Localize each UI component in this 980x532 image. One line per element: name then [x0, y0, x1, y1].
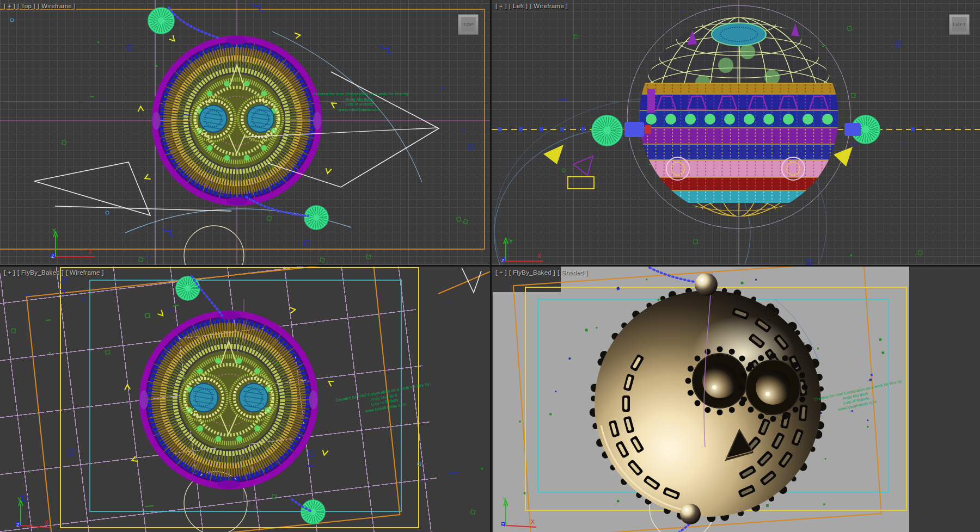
axis-z-label: Z: [51, 253, 54, 259]
attribution-text: Created for Intel Corporation as a work …: [313, 91, 406, 112]
axis-x-label: X: [88, 249, 92, 255]
viewport-menu-shading[interactable]: [ Wireframe ]: [530, 3, 568, 9]
axis-z-label: Z: [16, 522, 20, 528]
viewport-menu-shading[interactable]: [ Shaded ]: [558, 269, 587, 276]
viewport-menu-shading[interactable]: [ Wireframe ]: [66, 269, 104, 276]
owl-sphere-wireframe[interactable]: [125, 307, 335, 488]
satellite-ball[interactable]: [301, 500, 325, 524]
axis-y-label: Y: [509, 239, 513, 245]
axis-tripod: Y X Z: [47, 227, 101, 261]
viewcube[interactable]: TOP: [458, 14, 479, 35]
viewport-menu-pov[interactable]: [ FlyBy_Baked ]: [509, 269, 555, 276]
scene-left-wireframe: [492, 0, 980, 265]
viewport-flyby-shaded[interactable]: [ + ][ FlyBy_Baked ][ Shaded ] Created f…: [492, 267, 980, 532]
axis-y-label: Y: [503, 497, 506, 503]
viewport-top[interactable]: [ + ][ Top ][ Wireframe ] TOP Created fo…: [0, 0, 490, 265]
viewcube-face-label: LEFT: [953, 22, 966, 27]
axis-x-label: X: [45, 519, 48, 525]
viewport-menu-pov[interactable]: [ Left ]: [509, 3, 528, 9]
satellite-ball[interactable]: [592, 115, 622, 146]
viewport-menu-general[interactable]: [ + ]: [495, 269, 507, 276]
viewcube[interactable]: LEFT: [949, 14, 970, 35]
axis-tripod: Y X Z: [497, 237, 552, 265]
axis-tripod: Y X Z: [12, 497, 66, 531]
viewport-label: [ + ][ Left ][ Wireframe ]: [495, 3, 570, 9]
axis-z-label: Z: [501, 258, 505, 263]
viewport-label: [ + ][ FlyBy_Baked ][ Shaded ]: [495, 269, 590, 276]
axis-x-label: X: [531, 519, 535, 525]
owl-sphere-wireframe[interactable]: [138, 33, 338, 206]
viewport-canvas-flyby-shaded: [492, 267, 980, 532]
viewport-left[interactable]: [ + ][ Left ][ Wireframe ] LEFT Y X Z: [492, 0, 980, 265]
viewport-quad-stage: [ + ][ Top ][ Wireframe ] TOP Created fo…: [0, 0, 980, 532]
axis-x-label: X: [537, 253, 541, 259]
viewport-label: [ + ][ FlyBy_Baked ][ Wireframe ]: [4, 269, 106, 276]
axis-y-label: Y: [52, 228, 56, 234]
satellite-ball-shaded: [695, 273, 718, 296]
satellite-ball-shaded: [680, 504, 701, 524]
viewport-label: [ + ][ Top ][ Wireframe ]: [4, 3, 78, 9]
owl-sphere-left-view[interactable]: [639, 15, 853, 219]
viewport-flyby-wireframe[interactable]: [ + ][ FlyBy_Baked ][ Wireframe ] Create…: [0, 267, 490, 532]
viewport-menu-general[interactable]: [ + ]: [4, 3, 15, 9]
scene-top-wireframe: [0, 0, 490, 265]
viewport-menu-pov[interactable]: [ FlyBy_Baked ]: [17, 269, 64, 276]
satellite-ball[interactable]: [176, 276, 200, 300]
viewport-canvas-top: [0, 0, 490, 265]
satellite-ball[interactable]: [148, 8, 174, 34]
viewport-menu-general[interactable]: [ + ]: [495, 3, 507, 9]
viewport-canvas-left: [492, 0, 980, 265]
axis-z-label: Z: [501, 522, 505, 528]
viewport-menu-general[interactable]: [ + ]: [4, 269, 15, 276]
viewcube-face-label: TOP: [463, 22, 474, 27]
scene-flyby-shaded: [492, 267, 980, 532]
axis-tripod: Y X Z: [497, 497, 552, 531]
satellite-ball[interactable]: [304, 206, 328, 230]
owl-sphere-shaded[interactable]: [590, 272, 826, 522]
viewport-menu-pov[interactable]: [ Top ]: [17, 3, 35, 9]
axis-y-label: Y: [17, 497, 21, 503]
viewport-menu-shading[interactable]: [ Wireframe ]: [38, 3, 76, 9]
